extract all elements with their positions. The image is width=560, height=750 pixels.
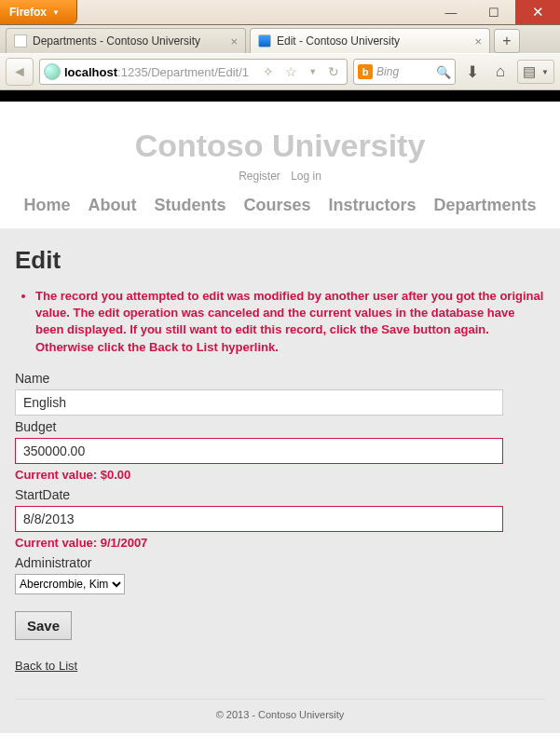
save-button[interactable]: Save: [15, 611, 72, 640]
tab-departments[interactable]: Departments - Contoso University ×: [6, 28, 246, 53]
window-minimize-button[interactable]: —: [430, 0, 472, 24]
login-link[interactable]: Log in: [291, 170, 321, 183]
window-close-button[interactable]: ✕: [515, 0, 560, 24]
search-icon[interactable]: 🔍: [436, 65, 451, 79]
downloads-button[interactable]: ⬇: [461, 61, 484, 83]
feed-icon[interactable]: ✧: [259, 64, 278, 79]
startdate-input[interactable]: [15, 506, 503, 532]
main-nav: Home About Students Courses Instructors …: [0, 196, 560, 229]
tab-strip: Departments - Contoso University × Edit …: [0, 25, 560, 53]
page-header: Edit: [15, 246, 545, 275]
budget-label: Budget: [15, 419, 545, 434]
nav-departments[interactable]: Departments: [434, 196, 537, 214]
new-tab-button[interactable]: +: [494, 29, 520, 53]
reload-icon[interactable]: ↻: [324, 64, 343, 79]
startdate-label: StartDate: [15, 487, 545, 502]
validation-message: The record you attempted to edit was mod…: [35, 288, 545, 356]
top-black-bar: [0, 90, 560, 102]
bookmark-star-icon[interactable]: ☆: [281, 64, 301, 79]
nav-students[interactable]: Students: [154, 196, 225, 214]
favicon-icon: [258, 34, 271, 48]
budget-input[interactable]: [15, 438, 503, 464]
register-link[interactable]: Register: [239, 170, 280, 183]
page-footer: © 2013 - Contoso University: [15, 699, 545, 730]
url-text: localhost:1235/Department/Edit/1: [64, 65, 255, 79]
content-area: Contoso University Register Log in Home …: [0, 90, 560, 750]
search-placeholder: Bing: [376, 65, 432, 78]
form-panel: Edit The record you attempted to edit wa…: [0, 229, 560, 733]
bing-icon: b: [358, 64, 373, 79]
bookmarks-star-icon: ▤: [520, 63, 539, 80]
firefox-menubar: Firefox ▼ — ☐ ✕: [0, 0, 560, 25]
nav-home[interactable]: Home: [23, 196, 70, 214]
name-input[interactable]: [15, 389, 503, 416]
navigation-toolbar: ◄ localhost:1235/Department/Edit/1 ✧ ☆ ▼…: [0, 53, 560, 90]
close-tab-icon[interactable]: ×: [474, 34, 482, 48]
nav-courses[interactable]: Courses: [243, 196, 310, 214]
window-maximize-button[interactable]: ☐: [472, 0, 515, 24]
home-button[interactable]: ⌂: [489, 61, 512, 83]
site-title[interactable]: Contoso University: [0, 102, 560, 170]
startdate-current-value: Current value: 9/1/2007: [15, 536, 545, 550]
budget-current-value: Current value: $0.00: [15, 468, 545, 482]
administrator-select[interactable]: Abercrombie, Kim: [15, 574, 125, 594]
tab-edit[interactable]: Edit - Contoso University ×: [250, 28, 490, 53]
firefox-menu-button[interactable]: Firefox ▼: [0, 0, 77, 24]
tab-title: Edit - Contoso University: [277, 34, 400, 48]
close-tab-icon[interactable]: ×: [230, 34, 238, 48]
back-to-list-link[interactable]: Back to List: [15, 659, 77, 673]
validation-summary: The record you attempted to edit was mod…: [15, 288, 545, 356]
firefox-label: Firefox: [9, 6, 47, 19]
nav-instructors[interactable]: Instructors: [329, 196, 417, 214]
url-bar[interactable]: localhost:1235/Department/Edit/1 ✧ ☆ ▼ ↻: [39, 59, 348, 85]
dropdown-icon[interactable]: ▼: [305, 67, 321, 76]
name-label: Name: [15, 371, 545, 386]
administrator-label: Administrator: [15, 555, 545, 570]
auth-links: Register Log in: [0, 170, 560, 183]
nav-about[interactable]: About: [88, 196, 136, 214]
favicon-icon: [14, 34, 27, 48]
globe-icon: [44, 63, 61, 80]
chevron-down-icon: ▼: [539, 68, 552, 76]
tab-title: Departments - Contoso University: [33, 34, 200, 48]
search-bar[interactable]: b Bing 🔍: [353, 59, 456, 85]
bookmarks-menu-button[interactable]: ▤ ▼: [517, 60, 554, 84]
back-button[interactable]: ◄: [6, 58, 34, 86]
chevron-down-icon: ▼: [52, 8, 60, 17]
